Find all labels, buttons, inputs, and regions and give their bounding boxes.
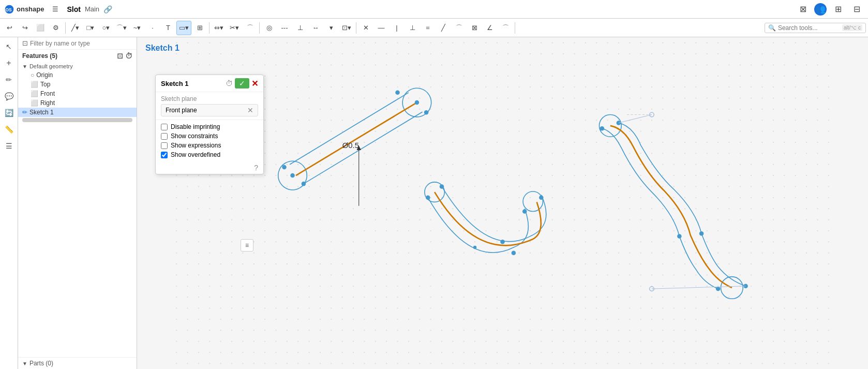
sep2	[209, 22, 209, 34]
grid-button[interactable]: ⊟	[849, 2, 864, 17]
show-expressions-label[interactable]: Show expressions	[161, 142, 258, 149]
rect-button[interactable]: □▾	[83, 21, 98, 35]
sketch-button[interactable]: ✏	[2, 72, 16, 87]
sketch-panel-footer: ?	[156, 161, 263, 174]
show-overdefined-checkbox[interactable]	[161, 152, 168, 158]
tree-item-origin[interactable]: ○ Origin	[18, 70, 137, 80]
item-label-front: Front	[40, 90, 55, 97]
confirm-button[interactable]: ✓	[235, 78, 249, 88]
canvas-area[interactable]: Sketch 1 ⏱ ✓ ✕ Sketch plane Front plane …	[137, 37, 868, 369]
curve-button[interactable]: ⌒	[498, 21, 513, 35]
fillet-button[interactable]: ⌒	[243, 21, 257, 35]
note-button[interactable]: 💬	[2, 89, 16, 104]
parts-expand-icon: ▼	[22, 361, 27, 366]
copy-icon[interactable]: ⊡	[117, 52, 123, 60]
plane-section: Sketch plane Front plane ✕	[156, 92, 263, 120]
measure-button[interactable]: ⊡▾	[339, 21, 354, 35]
view-button[interactable]: 🔄	[2, 106, 16, 120]
control-point	[282, 165, 287, 170]
default-geometry-section[interactable]: ▼ Default geometry	[18, 62, 137, 70]
coincident-button[interactable]: ◎	[262, 21, 276, 35]
slot-button[interactable]: ▭▾	[176, 21, 191, 35]
expand-icon: ▼	[22, 64, 27, 69]
dim-button[interactable]: ↔	[308, 21, 323, 35]
search-shortcut: alt/⌥ c	[842, 24, 862, 31]
help-button[interactable]: ?	[254, 164, 258, 172]
convert-button[interactable]: —	[374, 21, 388, 35]
toggle2-button[interactable]: ⚙	[49, 21, 63, 35]
construction-button[interactable]: ---	[277, 21, 292, 35]
parallel-button[interactable]: ⊥	[405, 21, 420, 35]
timer-button[interactable]: ⏱	[226, 78, 233, 88]
disable-imprinting-text: Disable imprinting	[171, 123, 220, 130]
filter-input[interactable]	[30, 40, 132, 47]
list-button[interactable]: ☰	[2, 139, 16, 153]
search-input[interactable]	[778, 24, 840, 32]
equal-button[interactable]: =	[421, 21, 435, 35]
right-icons: ⊠ 👥 ⊞ ⊟	[796, 2, 864, 17]
fix-button[interactable]: ⊠	[467, 21, 482, 35]
add-button[interactable]: +	[2, 56, 16, 70]
hamburger-icon: ☰	[52, 5, 58, 13]
plane-label: Sketch plane	[161, 95, 258, 102]
toggle1-button[interactable]: ⬜	[33, 21, 48, 35]
measure-left-button[interactable]: 📏	[2, 122, 16, 137]
tree-item-right[interactable]: ⬜ Right	[18, 98, 137, 108]
svg-point-22	[600, 126, 605, 131]
toolbar: ↩ ↪ ⬜ ⚙ ╱▾ □▾ ○▾ ⌒▾ ~▾ · T ▭▾ ⊞ ⇔▾ ✂▾ ⌒ …	[0, 19, 868, 37]
svg-point-26	[716, 287, 721, 291]
layout-button[interactable]: ⊞	[831, 2, 845, 17]
spline-button[interactable]: ~▾	[130, 21, 144, 35]
users-button[interactable]: 👥	[814, 3, 827, 16]
mirror-button[interactable]: ⇔▾	[212, 21, 226, 35]
circle-button[interactable]: ○▾	[99, 21, 113, 35]
canvas-label: Sketch 1	[145, 43, 179, 53]
undo-button[interactable]: ↩	[2, 21, 17, 35]
section-label: Default geometry	[29, 63, 73, 69]
frame-button[interactable]: ⊞	[192, 21, 207, 35]
sym-button[interactable]: ╱	[436, 21, 451, 35]
item-label-origin: Origin	[36, 71, 53, 79]
redo-button[interactable]: ↪	[18, 21, 32, 35]
show-constraints-text: Show constraints	[171, 132, 218, 140]
search-box: 🔍 alt/⌥ c	[765, 23, 866, 33]
svg-point-15	[539, 196, 544, 200]
clock-icon[interactable]: ⏱	[125, 52, 132, 60]
auto-button[interactable]: ▾	[324, 21, 338, 35]
show-overdefined-text: Show overdefined	[171, 151, 220, 158]
sketch-panel-actions: ⏱ ✓ ✕	[226, 78, 258, 88]
show-constraints-label[interactable]: Show constraints	[161, 132, 258, 140]
angle-button[interactable]: ∠	[483, 21, 497, 35]
trim-button[interactable]: ✂▾	[227, 21, 242, 35]
disable-imprinting-label[interactable]: Disable imprinting	[161, 123, 258, 130]
front-plane-icon: ⬜	[31, 90, 38, 97]
perp-button[interactable]: ⌒	[452, 21, 466, 35]
arc-button[interactable]: ⌒▾	[114, 21, 129, 35]
close-button[interactable]: ✕	[358, 21, 373, 35]
text-button[interactable]: T	[161, 21, 175, 35]
show-overdefined-label[interactable]: Show overdefined	[161, 151, 258, 158]
offset-button[interactable]: |	[390, 21, 404, 35]
tree-item-top[interactable]: ⬜ Top	[18, 80, 137, 89]
disable-imprinting-checkbox[interactable]	[161, 124, 168, 130]
link-icon: 🔗	[103, 5, 112, 13]
line-button[interactable]: ╱▾	[68, 21, 82, 35]
bottom-panel-button[interactable]: ≡	[241, 239, 253, 252]
parts-section[interactable]: ▼ Parts (0)	[18, 357, 137, 369]
show-expressions-checkbox[interactable]	[161, 142, 168, 149]
control-point	[290, 173, 295, 178]
tree-item-front[interactable]: ⬜ Front	[18, 89, 137, 98]
sketch-close-button[interactable]: ✕	[251, 78, 258, 88]
point-button[interactable]: ·	[145, 21, 160, 35]
center-point	[473, 246, 476, 249]
collab-button[interactable]: ⊠	[796, 2, 810, 17]
hamburger-button[interactable]: ☰	[48, 2, 63, 17]
parts-label: Parts (0)	[29, 360, 53, 367]
item-label-sketch1: Sketch 1	[29, 109, 54, 116]
show-constraints-checkbox[interactable]	[161, 133, 168, 140]
plane-clear-button[interactable]: ✕	[247, 106, 253, 114]
midpoint-button[interactable]: ⊥	[293, 21, 307, 35]
select-button[interactable]: ↖	[2, 39, 16, 54]
control-point	[424, 110, 429, 115]
tree-item-sketch1[interactable]: ✏ Sketch 1	[18, 108, 137, 117]
